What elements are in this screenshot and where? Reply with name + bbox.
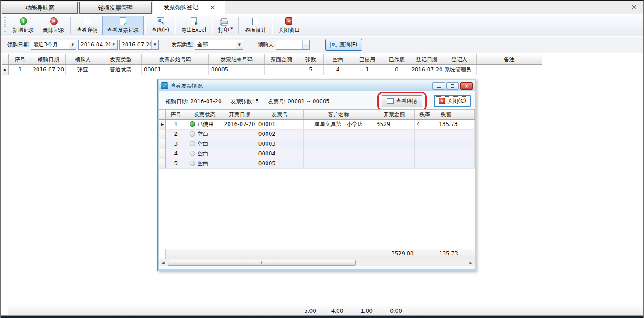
- column-header[interactable]: 发票号: [256, 110, 304, 119]
- lookup-ellipsis-button[interactable]: …: [302, 40, 309, 49]
- tab-sales-invoice-mgmt[interactable]: 销项发票管理: [79, 2, 152, 14]
- close-window-button[interactable]: × 关闭窗口: [274, 16, 304, 35]
- cell: 1: [166, 120, 186, 130]
- table-row[interactable]: ▶ 1 已使用 2016-07-20 00001 星星文具第一小学店 3529 …: [159, 120, 475, 130]
- cell: 张亚: [66, 65, 100, 75]
- horizontal-scrollbar[interactable]: ◀ ▶: [159, 259, 475, 266]
- tab-strip: 功能导航窗 销项发票管理 发票领购登记 × ×: [1, 1, 643, 14]
- summary-voided: 0.00: [381, 306, 411, 315]
- column-header[interactable]: 空白: [324, 54, 352, 64]
- table-row[interactable]: 2 空白 00002: [159, 130, 475, 139]
- export-excel-button[interactable]: 导出Excel: [177, 16, 211, 35]
- column-header[interactable]: 领购人: [66, 54, 100, 64]
- query-button[interactable]: 查询(F): [147, 16, 174, 35]
- cell: [374, 139, 415, 149]
- dialog-maximize-button[interactable]: [446, 82, 459, 90]
- dialog-minimize-button[interactable]: [432, 82, 445, 90]
- scroll-right-icon[interactable]: ▶: [467, 259, 475, 267]
- dialog-close-button[interactable]: ×: [460, 82, 473, 90]
- scrollbar-thumb[interactable]: [168, 260, 356, 266]
- column-header[interactable]: 发票起始号码: [142, 54, 209, 64]
- dialog-title-bar[interactable]: ✓ 查看发票情况 ×: [159, 80, 475, 91]
- filter-bar: 领购日期 最近3个月 ▼ 2016-04-20 ▼ 2016-07-20 ▼ 发…: [1, 37, 643, 53]
- delete-record-button[interactable]: × 删除记录: [38, 16, 69, 35]
- column-header[interactable]: 序号: [9, 54, 31, 64]
- chevron-down-icon[interactable]: ▼: [236, 40, 243, 49]
- cell: [415, 139, 436, 149]
- grid-header-row: 序号 领购日期 领购人 发票类型 发票起始号码 发票结束号码 票面金额 张数 空…: [2, 54, 542, 65]
- scroll-left-icon[interactable]: ◀: [159, 259, 167, 267]
- column-header[interactable]: 已使用: [352, 54, 382, 64]
- status-dot-icon: [190, 141, 195, 146]
- status-dot-icon: [190, 161, 195, 166]
- column-header[interactable]: 开票金额: [374, 110, 415, 119]
- column-header[interactable]: 张数: [298, 54, 324, 64]
- dialog-info-row: 领购日期: 2016-07-20 发票张数: 5 发票号: 00001 ~ 00…: [165, 95, 330, 108]
- column-header[interactable]: 已作废: [382, 54, 411, 64]
- column-header[interactable]: 领购日期: [31, 54, 66, 64]
- ui-design-button[interactable]: 界面设计: [240, 16, 271, 35]
- chevron-down-icon[interactable]: ▼: [69, 40, 76, 49]
- summary-indicator-box: [159, 249, 166, 259]
- tabstrip-close-icon[interactable]: ×: [631, 3, 637, 11]
- column-header[interactable]: 备注: [477, 54, 542, 64]
- column-header[interactable]: 序号: [166, 110, 186, 119]
- date-range-combo[interactable]: 最近3个月 ▼: [31, 40, 76, 50]
- cell: 00005: [256, 159, 304, 169]
- filter-query-button[interactable]: 查询(F): [325, 39, 362, 51]
- tab-function-nav[interactable]: 功能导航窗: [2, 2, 78, 14]
- tab-label: 发票领购登记: [163, 4, 198, 11]
- cell: 空白: [186, 159, 223, 169]
- chevron-down-icon[interactable]: ▼: [151, 40, 158, 49]
- cell: [436, 149, 475, 159]
- chevron-down-icon[interactable]: ▼: [110, 40, 117, 49]
- cell: 00003: [256, 139, 304, 149]
- tab-close-icon[interactable]: ×: [210, 1, 215, 14]
- cell: [304, 130, 374, 139]
- print-button[interactable]: 打印 ▼: [214, 16, 237, 35]
- cell: [436, 139, 475, 149]
- table-row[interactable]: 5 空白 00005: [159, 159, 475, 169]
- date-to-combo[interactable]: 2016-07-20 ▼: [119, 40, 159, 50]
- table-row[interactable]: 4 空白 00004: [159, 149, 475, 159]
- invoice-type-combo[interactable]: 全部 ▼: [195, 40, 243, 50]
- print-dropdown-icon[interactable]: ▼: [230, 27, 233, 34]
- cell: 2: [166, 130, 186, 139]
- column-header[interactable]: 开票日期: [223, 110, 256, 119]
- row-pointer-icon: ▶: [2, 65, 9, 75]
- cell: [223, 130, 256, 139]
- cell: 5: [298, 65, 324, 75]
- dialog-view-detail-button[interactable]: 查看详情: [382, 95, 422, 107]
- cell: 00002: [256, 130, 304, 139]
- toolbar: + 新增记录 × 删除记录 查看详情 ✓ 查看发票记录 查询(F) 导出Exce…: [1, 15, 643, 36]
- cell: [304, 149, 374, 159]
- column-header[interactable]: 登记日期: [411, 54, 442, 64]
- column-header[interactable]: 发票类型: [100, 54, 142, 64]
- summary-indicator-box: [1, 306, 8, 315]
- column-header[interactable]: 税率: [415, 110, 436, 119]
- table-row[interactable]: ▶ 1 2016-07-20 张亚 普通发票 00001 00005 5 4 1…: [2, 65, 542, 75]
- date-from-combo[interactable]: 2016-04-20 ▼: [78, 40, 118, 50]
- tab-invoice-purchase-register[interactable]: 发票领购登记 ×: [153, 1, 225, 14]
- cell: 4: [324, 65, 352, 75]
- column-header[interactable]: 发票结束号码: [209, 54, 265, 64]
- dialog-close-c-button[interactable]: × 关闭(C): [434, 95, 471, 107]
- column-header[interactable]: 税额: [436, 110, 475, 119]
- view-detail-button[interactable]: 查看详情: [72, 16, 102, 35]
- new-record-button[interactable]: + 新增记录: [8, 16, 38, 35]
- purchaser-input[interactable]: [276, 41, 302, 49]
- column-header[interactable]: 发票状态: [186, 110, 223, 119]
- cell: [436, 130, 475, 139]
- column-header[interactable]: 票面金额: [265, 54, 298, 64]
- column-header[interactable]: 客户名称: [304, 110, 374, 119]
- invoice-detail-grid: 序号 发票状态 开票日期 发票号 客户名称 开票金额 税率 税额 ▶ 1 已使用…: [159, 109, 475, 249]
- table-row[interactable]: 3 空白 00003: [159, 139, 475, 149]
- cell: [304, 159, 374, 169]
- column-header[interactable]: 登记人: [442, 54, 477, 64]
- purchase-date-label: 领购日期: [7, 41, 29, 49]
- view-invoice-record-button[interactable]: ✓ 查看发票记录: [102, 16, 144, 35]
- toolbar-separator: [145, 17, 145, 34]
- purchaser-label: 领购人: [258, 41, 274, 49]
- window-bottom-bar: [1, 316, 643, 318]
- detail-window-icon: [83, 17, 92, 25]
